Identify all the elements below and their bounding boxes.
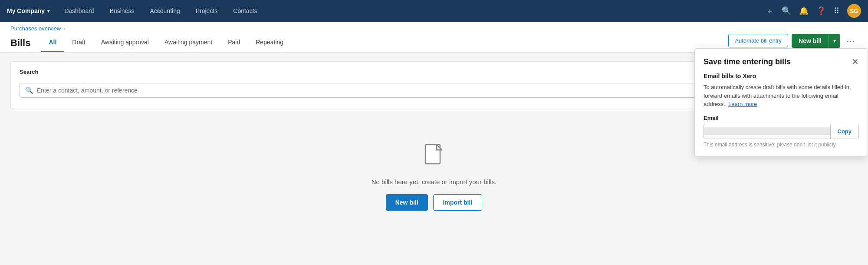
popup-header: Save time entering bills ✕ (704, 57, 859, 66)
popup-email-row: Copy (704, 124, 859, 139)
breadcrumb-separator: › (63, 26, 65, 32)
help-icon[interactable]: ❓ (816, 6, 826, 16)
popup-body-content: To automatically create draft bills with… (704, 84, 851, 107)
search-icon[interactable]: 🔍 (782, 6, 791, 16)
search-input-wrapper: 🔍 (20, 83, 713, 98)
top-navigation: My Company ▾ Dashboard Business Accounti… (0, 0, 868, 22)
popup-body-text: To automatically create draft bills with… (704, 83, 859, 109)
popup-close-button[interactable]: ✕ (852, 57, 859, 66)
nav-actions: ＋ 🔍 🔔 ❓ ⠿ SG (766, 4, 861, 18)
company-selector[interactable]: My Company ▾ (7, 7, 56, 14)
empty-state-actions: New bill Import bill (386, 194, 483, 211)
main-content: Search 🔍 Start date 📅 End date 📅 (0, 53, 868, 245)
search-input[interactable] (37, 87, 707, 94)
popup-title: Save time entering bills (704, 57, 791, 66)
nav-links: Dashboard Business Accounting Projects C… (56, 0, 766, 22)
tab-draft[interactable]: Draft (64, 33, 93, 52)
nav-accounting[interactable]: Accounting (142, 0, 187, 22)
automate-bill-entry-button[interactable]: Automate bill entry (728, 34, 788, 47)
empty-state-message: No bills here yet, create or import your… (372, 178, 496, 186)
nav-dashboard[interactable]: Dashboard (56, 0, 102, 22)
tabs: All Draft Awaiting approval Awaiting pay… (41, 33, 728, 52)
new-bill-group: New bill ▾ (792, 34, 840, 48)
new-bill-dropdown-button[interactable]: ▾ (829, 34, 840, 48)
grid-icon[interactable]: ⠿ (834, 6, 839, 16)
nav-projects[interactable]: Projects (188, 0, 226, 22)
popup-section-title: Email bills to Xero (704, 73, 859, 80)
nav-business[interactable]: Business (102, 0, 142, 22)
new-bill-button[interactable]: New bill (792, 34, 829, 48)
page-title: Bills (10, 37, 30, 52)
empty-new-bill-button[interactable]: New bill (386, 194, 428, 211)
empty-document-icon (424, 144, 444, 172)
tab-all[interactable]: All (41, 33, 64, 52)
popup-copy-button[interactable]: Copy (830, 124, 859, 139)
company-name: My Company (7, 7, 45, 14)
breadcrumb-parent: Purchases overview (10, 25, 61, 32)
import-bill-button[interactable]: Import bill (433, 194, 483, 211)
more-options-button[interactable]: ⋯ (844, 34, 858, 48)
user-avatar[interactable]: SG (847, 4, 861, 18)
popup-learn-more-link[interactable]: Learn more (728, 101, 757, 107)
search-input-icon: 🔍 (25, 86, 33, 94)
breadcrumb[interactable]: Purchases overview › (10, 25, 858, 32)
tab-awaiting-approval[interactable]: Awaiting approval (93, 33, 157, 52)
save-time-popup: Save time entering bills ✕ Email bills t… (694, 48, 868, 157)
popup-email-value (704, 127, 830, 135)
popup-email-label: Email (704, 115, 859, 121)
tab-awaiting-payment[interactable]: Awaiting payment (157, 33, 220, 52)
tab-repeating[interactable]: Repeating (248, 33, 291, 52)
tab-paid[interactable]: Paid (220, 33, 248, 52)
nav-contacts[interactable]: Contacts (225, 0, 265, 22)
popup-sensitive-note: This email address is sensitive; please … (704, 142, 859, 148)
company-chevron-icon: ▾ (47, 9, 49, 13)
bell-icon[interactable]: 🔔 (799, 6, 809, 16)
add-icon[interactable]: ＋ (766, 6, 774, 16)
